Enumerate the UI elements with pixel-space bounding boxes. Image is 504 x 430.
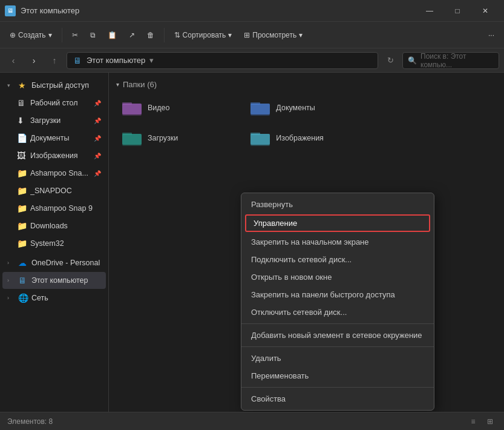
svg-rect-2	[122, 104, 142, 114]
forward-button[interactable]: ›	[25, 52, 42, 69]
sidebar-item-snapdoc[interactable]: 📁 _SNAPDOC	[2, 182, 106, 199]
share-icon: ↗	[129, 31, 135, 39]
sidebar-quick-access-header[interactable]: ▾ ★ Быстрый доступ	[2, 77, 106, 94]
documents-label: Документы	[30, 134, 69, 142]
folder-icon-4: 📁	[17, 221, 27, 231]
create-button[interactable]: ⊕ Создать ▾	[5, 28, 57, 42]
pin-icon-5: 📌	[94, 170, 101, 177]
sidebar-item-images[interactable]: 🖼 Изображения 📌	[2, 147, 106, 164]
grid-view-button[interactable]: ⊞	[483, 415, 497, 428]
ctx-properties[interactable]: Свойства	[241, 390, 434, 408]
folders-section-label: Папки (6)	[123, 80, 157, 89]
video-folder-icon	[121, 99, 143, 117]
folder-item-downloads[interactable]: Загрузки	[116, 125, 240, 151]
folder-icon-2: 📁	[17, 186, 27, 196]
folder-icon-1: 📁	[17, 168, 27, 178]
network-label: Сеть	[31, 294, 48, 302]
titlebar: 🖥 Этот компьютер — □ ✕	[0, 0, 504, 22]
sidebar-item-this-pc[interactable]: › 🖥 Этот компьютер	[2, 272, 106, 289]
ctx-manage[interactable]: Управление	[245, 214, 430, 232]
search-icon: 🔍	[408, 56, 417, 65]
folder-item-video[interactable]: Видео	[116, 95, 240, 121]
ctx-pin-quick[interactable]: Закрепить на панели быстрого доступа	[241, 286, 434, 303]
address-path: Этот компьютер	[87, 56, 145, 65]
sidebar-item-ashsnap9[interactable]: 📁 Ashampoo Snap 9	[2, 200, 106, 217]
window-controls: — □ ✕	[416, 0, 499, 22]
address-dropdown[interactable]: ▾	[145, 52, 157, 69]
sidebar-item-onedrive[interactable]: › ☁ OneDrive - Personal	[2, 254, 106, 271]
sidebar-item-network[interactable]: › 🌐 Сеть	[2, 289, 106, 306]
delete-button[interactable]: 🗑	[142, 28, 159, 42]
pin-icon: 📌	[94, 100, 101, 107]
desktop-label: Рабочий стол	[30, 99, 77, 107]
ctx-add-network[interactable]: Добавить новый элемент в сетевое окружен…	[241, 326, 434, 344]
toolbar: ⊕ Создать ▾ ✂ ⧉ 📋 ↗ 🗑 ⇅ Сортировать ▾ ⊞ …	[0, 22, 504, 48]
sidebar-item-downloads[interactable]: ⬇ Загрузки 📌	[2, 112, 106, 129]
images-label: Изображения	[30, 151, 78, 160]
ctx-open-new[interactable]: Открыть в новом окне	[241, 268, 434, 286]
app-icon: 🖥	[5, 5, 16, 16]
svg-rect-5	[250, 104, 270, 114]
elements-count: Элементов: 8	[7, 417, 53, 426]
onedrive-icon: ☁	[18, 258, 28, 268]
more-icon: ···	[488, 31, 494, 39]
folder-item-images[interactable]: Изображения	[244, 125, 368, 151]
ashsnap-label: Ashampoo Sna...	[30, 169, 88, 177]
images-folder-name: Изображения	[276, 134, 324, 142]
ctx-disconnect[interactable]: Отключить сетевой диск...	[241, 303, 434, 321]
up-button[interactable]: ↑	[46, 52, 63, 69]
toolbar-sep-2	[164, 28, 165, 42]
downloads2-label: Downloads	[30, 222, 68, 230]
addressbar: ‹ › ↑ 🖥 Этот компьютер ▾ ↻ 🔍 Поиск в: Эт…	[0, 48, 504, 73]
context-menu: Развернуть Управление Закрепить на начал…	[241, 193, 434, 411]
ctx-map-drive[interactable]: Подключить сетевой диск...	[241, 251, 434, 268]
svg-rect-11	[250, 134, 270, 145]
ctx-sep-1	[241, 323, 434, 324]
this-pc-icon: 🖥	[18, 276, 28, 285]
back-button[interactable]: ‹	[5, 52, 22, 69]
statusbar: Элементов: 8 ≡ ⊞	[0, 412, 504, 430]
more-button[interactable]: ···	[483, 28, 499, 42]
cut-button[interactable]: ✂	[67, 28, 83, 42]
onedrive-chevron: ›	[7, 260, 15, 266]
copy-button[interactable]: ⧉	[85, 28, 100, 42]
sort-button[interactable]: ⇅ Сортировать ▾	[169, 28, 237, 42]
address-input[interactable]: 🖥 Этот компьютер ▾	[67, 52, 378, 69]
share-button[interactable]: ↗	[124, 28, 140, 42]
svg-rect-8	[122, 134, 142, 145]
ctx-sep-3	[241, 387, 434, 388]
pin-icon-3: 📌	[94, 135, 101, 142]
sidebar-item-documents[interactable]: 📄 Документы 📌	[2, 130, 106, 147]
close-button[interactable]: ✕	[471, 0, 499, 22]
sidebar-item-desktop[interactable]: 🖥 Рабочий стол 📌	[2, 94, 106, 111]
view-button[interactable]: ⊞ Просмотреть ▾	[239, 28, 307, 42]
sidebar-item-system32[interactable]: 📁 System32	[2, 235, 106, 252]
search-box[interactable]: 🔍 Поиск в: Этот компью...	[402, 52, 499, 69]
maximize-button[interactable]: □	[443, 0, 471, 22]
paste-button[interactable]: 📋	[103, 28, 122, 42]
toolbar-sep-1	[62, 28, 62, 42]
system32-label: System32	[30, 239, 64, 248]
quick-access-chevron: ▾	[7, 82, 15, 88]
view-icon: ⊞	[244, 31, 250, 39]
list-view-button[interactable]: ≡	[466, 415, 480, 428]
sidebar: ▾ ★ Быстрый доступ 🖥 Рабочий стол 📌 ⬇ За…	[0, 73, 109, 412]
ctx-expand[interactable]: Развернуть	[241, 196, 434, 213]
ctx-delete[interactable]: Удалить	[241, 349, 434, 367]
sidebar-item-ashsnap[interactable]: 📁 Ashampoo Sna... 📌	[2, 165, 106, 182]
minimize-button[interactable]: —	[416, 0, 443, 22]
ctx-rename[interactable]: Переименовать	[241, 367, 434, 385]
window-title: Этот компьютер	[21, 6, 416, 15]
ctx-pin-start[interactable]: Закрепить на начальном экране	[241, 233, 434, 251]
folders-chevron[interactable]: ▾	[116, 81, 119, 88]
refresh-button[interactable]: ↻	[382, 52, 399, 69]
quick-access-label: Быстрый доступ	[31, 81, 89, 90]
sidebar-item-downloads2[interactable]: 📁 Downloads	[2, 217, 106, 234]
pc-address-icon: 🖥	[73, 56, 82, 65]
paste-icon: 📋	[108, 31, 117, 39]
trash-icon: 🗑	[147, 31, 154, 39]
pin-icon-2: 📌	[94, 117, 101, 124]
folder-item-documents[interactable]: Документы	[244, 95, 368, 121]
images-folder-icon	[249, 129, 271, 147]
this-pc-chevron: ›	[7, 277, 15, 283]
